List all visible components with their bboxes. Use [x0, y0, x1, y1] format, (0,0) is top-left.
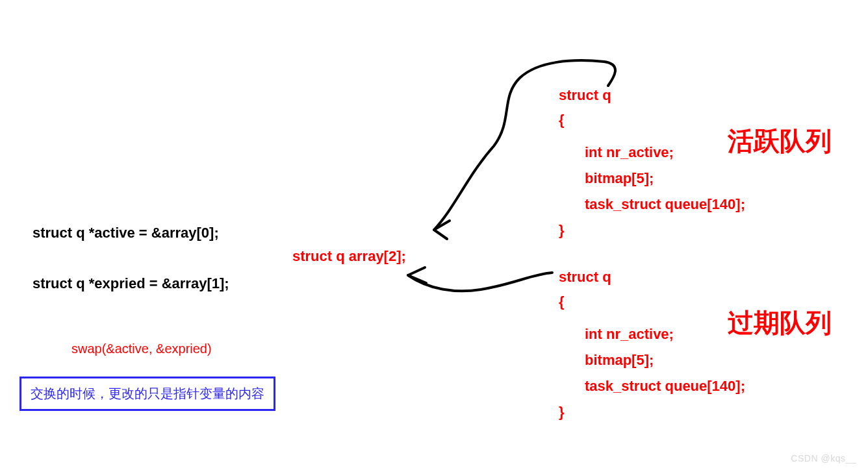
active-queue-label: 活跃队列	[728, 123, 832, 159]
active-brace-open: {	[559, 112, 565, 129]
active-pointer-decl: struct q *active = &array[0];	[32, 225, 219, 241]
swap-explanation-box: 交换的时候，更改的只是指针变量的内容	[19, 377, 275, 411]
active-nr-active: int nr_active;	[585, 144, 674, 161]
active-brace-close: }	[559, 222, 565, 239]
expired-queue-label: 过期队列	[728, 305, 832, 341]
active-bitmap: bitmap[5];	[585, 170, 654, 187]
swap-explanation-text: 交换的时候，更改的只是指针变量的内容	[31, 386, 264, 401]
expired-queue-arr: task_struct queue[140];	[585, 378, 745, 395]
watermark: CSDN @kqs__	[791, 453, 856, 464]
expired-struct-kw: struct q	[559, 269, 611, 286]
active-queue-arr: task_struct queue[140];	[585, 196, 745, 213]
expired-brace-close: }	[559, 404, 565, 421]
array-declaration: struct q array[2];	[292, 248, 406, 265]
active-struct-kw: struct q	[559, 87, 611, 104]
expired-nr-active: int nr_active;	[585, 326, 674, 343]
expired-brace-open: {	[559, 293, 565, 310]
expired-bitmap: bitmap[5];	[585, 352, 654, 369]
expired-pointer-decl: struct q *expried = &array[1];	[32, 275, 229, 292]
swap-call: swap(&active, &expried)	[71, 341, 212, 356]
